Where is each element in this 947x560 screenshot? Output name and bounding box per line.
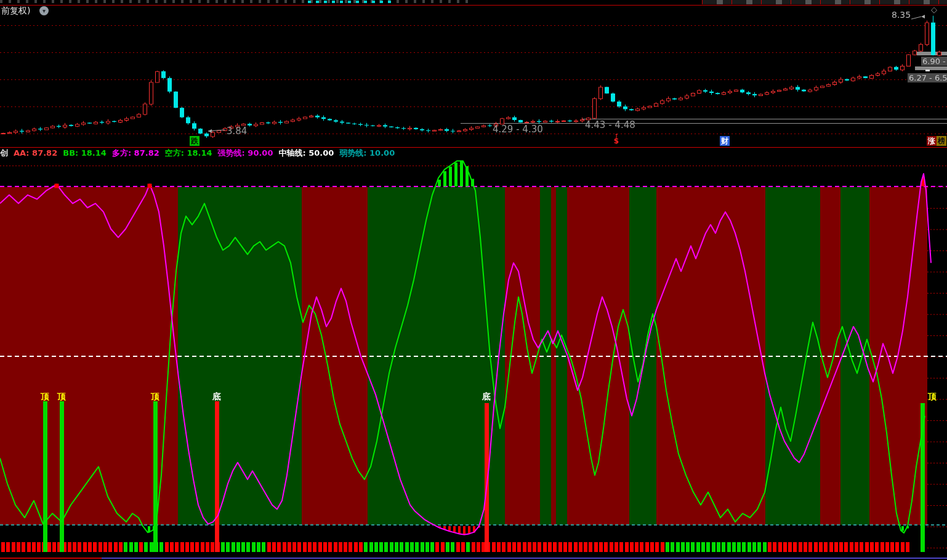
signal-label-top-2: 顶 (150, 391, 160, 402)
overview-ticks (0, 0, 468, 3)
resistance-zone-label-627: 6.27 - 6.5 (908, 73, 947, 82)
finance-report-badge[interactable]: 财 (720, 136, 730, 146)
gainer-badge-bang[interactable]: 榜 (937, 136, 946, 146)
overview-cyan-ticks (308, 1, 394, 3)
trading-app-window: 前复权) ▾ ◇ 3.84 4.29 - 4.30 4.43 - 4.48 8.… (0, 0, 947, 560)
high-price-annotation: 8.35 (892, 10, 911, 20)
signal-label-top-5: 顶 (927, 391, 937, 402)
indicator-header-row: 创AA: 87.82BB: 18.14多方: 87.82空方: 18.14强势线… (0, 148, 947, 158)
indicator-header-item-7: 弱势线: 10.00 (339, 148, 395, 158)
indicator-header-item-4: 空方: 18.14 (165, 148, 212, 158)
signal-label-bottom-4: 底 (482, 391, 491, 402)
resistance-zone-label-690: 6.90 - 7 (921, 57, 947, 66)
chart-canvas[interactable] (0, 0, 947, 560)
signal-label-top-1: 顶 (57, 391, 66, 402)
gainer-badge-zhang[interactable]: 涨 (927, 136, 937, 146)
diamond-icon[interactable]: ◇ (931, 5, 937, 14)
low-price-annotation: 3.84 (227, 126, 247, 137)
dividend-dollar-icon: $ (612, 138, 621, 145)
indicator-header-item-3: 多方: 87.82 (112, 148, 159, 158)
overview-tab-separators (702, 0, 947, 4)
indicator-header-item-0: 创 (0, 148, 8, 158)
indicator-header-item-2: BB: 18.14 (63, 148, 107, 158)
indicator-header-item-1: AA: 87.82 (14, 148, 57, 158)
top-overview-strip[interactable] (0, 0, 947, 6)
indicator-header-item-5: 强势线: 90.00 (218, 148, 273, 158)
price-drop-badge[interactable]: 跌 (190, 136, 199, 146)
zone-price-label-429: 4.29 - 4.30 (493, 124, 543, 135)
signal-label-top-0: 顶 (40, 391, 50, 402)
adjustment-mode-label: 前复权) (1, 6, 30, 17)
dividend-marker-icon[interactable]: ↑ $ (612, 134, 621, 145)
signal-label-bottom-3: 底 (212, 391, 222, 402)
indicator-header-item-6: 中轴线: 50.00 (278, 148, 334, 158)
zone-price-label-443: 4.43 - 4.48 (585, 119, 635, 130)
chevron-down-icon[interactable]: ▾ (39, 6, 49, 15)
